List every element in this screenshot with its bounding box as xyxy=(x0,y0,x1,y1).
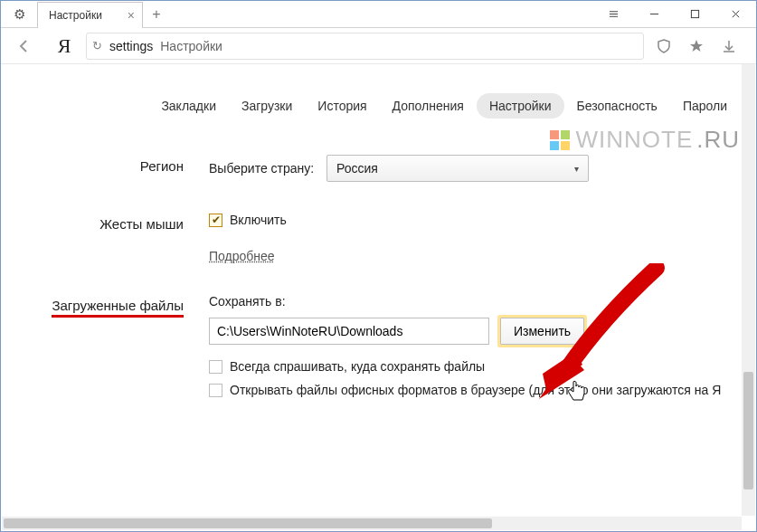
window-minimize-button[interactable] xyxy=(634,1,675,27)
nav-tab-безопасность[interactable]: Безопасность xyxy=(564,93,670,119)
window-maximize-button[interactable] xyxy=(675,1,715,27)
address-bar[interactable]: ↻ settings Настройки xyxy=(86,33,644,60)
nav-tab-пароли[interactable]: Пароли xyxy=(670,93,740,119)
nav-tab-история[interactable]: История xyxy=(305,93,379,119)
title-bar: ⚙ Настройки × + xyxy=(1,1,756,28)
reload-icon[interactable]: ↻ xyxy=(92,39,102,52)
watermark: WINNOTE.RU xyxy=(550,126,740,154)
change-path-button[interactable]: Изменить xyxy=(500,318,584,345)
gestures-more-link[interactable]: Подробнее xyxy=(209,249,275,263)
settings-gear-icon[interactable]: ⚙ xyxy=(1,6,37,23)
svg-marker-7 xyxy=(690,40,703,52)
gestures-label: Жесты мыши xyxy=(1,213,209,232)
open-office-label: Открывать файлы офисных форматов в брауз… xyxy=(230,383,721,397)
window-close-button[interactable] xyxy=(715,1,756,27)
tab-title: Настройки xyxy=(49,9,102,22)
section-region: Регион Выберите страну: Россия ▾ xyxy=(1,155,742,182)
new-tab-button[interactable]: + xyxy=(143,6,170,23)
country-select[interactable]: Россия ▾ xyxy=(326,155,589,182)
horizontal-scrollbar[interactable] xyxy=(2,517,742,530)
section-gestures: Жесты мыши ✔ Включить Подробнее xyxy=(1,213,742,263)
shield-icon[interactable] xyxy=(648,33,680,60)
gestures-enable-checkbox[interactable]: ✔ xyxy=(209,214,222,227)
country-value: Россия xyxy=(336,161,378,176)
svg-rect-4 xyxy=(691,10,698,17)
nav-tab-закладки[interactable]: Закладки xyxy=(148,93,229,119)
gestures-enable-label: Включить xyxy=(230,213,287,227)
settings-content: Регион Выберите страну: Россия ▾ Жесты м… xyxy=(1,155,742,517)
downloads-label: Загруженные файлы xyxy=(52,298,184,318)
download-path-input[interactable] xyxy=(209,318,489,345)
address-label: Настройки xyxy=(160,39,222,53)
section-downloads: Загруженные файлы Сохранять в: Изменить … xyxy=(1,294,742,406)
back-button[interactable] xyxy=(6,32,43,61)
window-menu-icon[interactable] xyxy=(593,1,634,27)
nav-tab-дополнения[interactable]: Дополнения xyxy=(380,93,477,119)
chevron-down-icon: ▾ xyxy=(574,164,579,174)
nav-tab-настройки[interactable]: Настройки xyxy=(477,93,564,119)
address-bar-row: Я ↻ settings Настройки xyxy=(1,28,756,64)
downloads-icon[interactable] xyxy=(713,33,745,60)
browser-tab[interactable]: Настройки × xyxy=(37,2,143,28)
vertical-scrollbar[interactable] xyxy=(742,64,755,516)
address-keyword: settings xyxy=(109,39,153,53)
tab-close-icon[interactable]: × xyxy=(128,8,135,23)
save-to-label: Сохранять в: xyxy=(209,294,742,309)
always-ask-checkbox[interactable] xyxy=(209,360,222,374)
yandex-logo-icon[interactable]: Я xyxy=(46,34,82,58)
always-ask-label: Всегда спрашивать, куда сохранять файлы xyxy=(230,359,485,374)
region-prompt: Выберите страну: xyxy=(209,161,314,176)
nav-tab-загрузки[interactable]: Загрузки xyxy=(229,93,305,119)
settings-nav: ЗакладкиЗагрузкиИсторияДополненияНастрой… xyxy=(1,64,756,126)
region-label: Регион xyxy=(1,155,209,174)
open-office-checkbox[interactable] xyxy=(209,384,222,397)
bookmark-star-icon[interactable] xyxy=(680,33,713,60)
